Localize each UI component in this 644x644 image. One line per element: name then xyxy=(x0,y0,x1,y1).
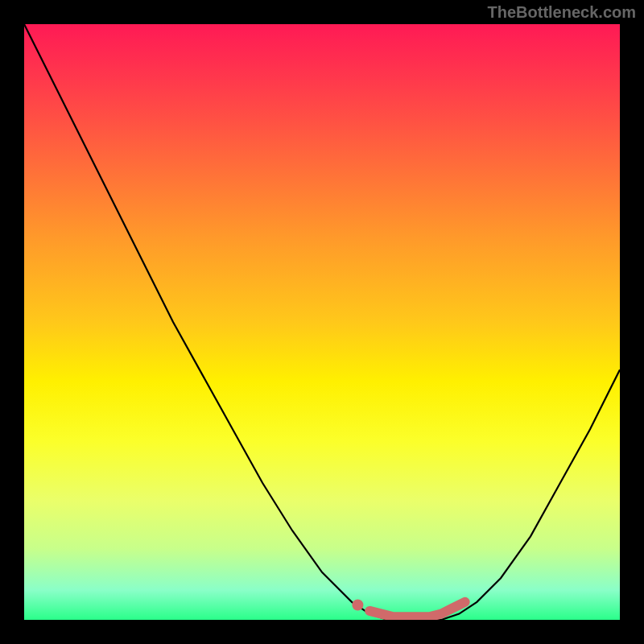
svg-point-0 xyxy=(352,600,363,611)
chart-highlight-segment xyxy=(352,600,464,617)
chart-curve xyxy=(24,24,620,620)
watermark-text: TheBottleneck.com xyxy=(488,3,636,22)
chart-svg xyxy=(24,24,620,620)
